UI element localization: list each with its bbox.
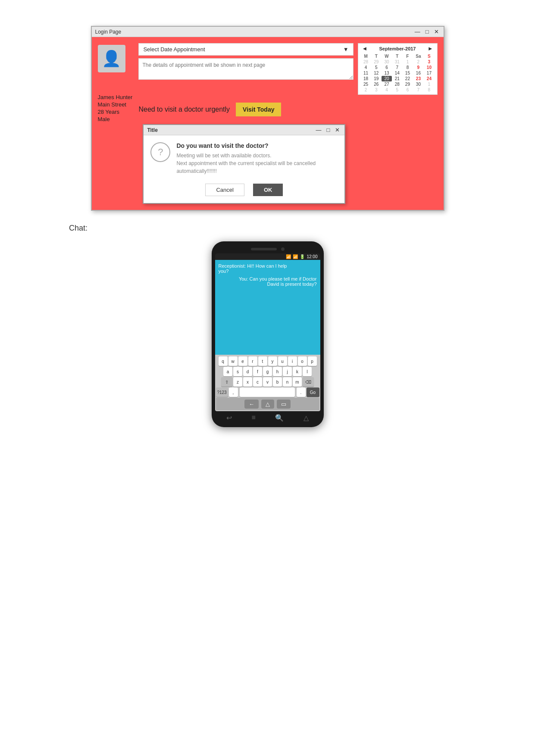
nav-recent-button[interactable]: ▭ — [277, 400, 291, 409]
key-t[interactable]: t — [258, 356, 267, 366]
calendar-day[interactable]: 5 — [371, 65, 382, 70]
calendar-day[interactable]: 27 — [382, 81, 392, 87]
key-p[interactable]: p — [308, 356, 317, 366]
calendar-day[interactable]: 4 — [382, 87, 392, 93]
key-o[interactable]: o — [298, 356, 307, 366]
key-v[interactable]: v — [263, 377, 272, 387]
calendar-day[interactable]: 7 — [413, 87, 424, 93]
key-s[interactable]: s — [233, 367, 242, 376]
calendar-day[interactable]: 8 — [402, 65, 413, 70]
calendar-day[interactable]: 10 — [424, 65, 434, 70]
key-c[interactable]: c — [253, 377, 262, 387]
calendar-day[interactable]: 29 — [371, 59, 382, 65]
home-back-icon[interactable]: ↩ — [226, 414, 232, 422]
calendar-day[interactable]: 19 — [371, 76, 382, 81]
calendar-day[interactable]: 23 — [413, 76, 424, 81]
home-home-icon[interactable]: △ — [303, 414, 309, 422]
key-y[interactable]: y — [268, 356, 277, 366]
key-k[interactable]: k — [293, 367, 302, 376]
calendar-day[interactable]: 18 — [361, 76, 371, 81]
key-i[interactable]: i — [288, 356, 297, 366]
key-g[interactable]: g — [263, 367, 272, 376]
nav-back-button[interactable]: ← — [244, 400, 259, 409]
calendar-day[interactable]: 11 — [361, 70, 371, 76]
calendar-next-button[interactable]: ► — [426, 45, 435, 52]
key-a[interactable]: a — [223, 367, 232, 376]
home-search-icon[interactable]: 🔍 — [275, 414, 284, 422]
calendar-day[interactable]: 5 — [392, 87, 402, 93]
shift-key[interactable]: ⇧ — [221, 377, 232, 387]
key-q[interactable]: q — [219, 356, 228, 366]
key-m[interactable]: m — [293, 377, 302, 387]
calendar-day[interactable]: 13 — [382, 70, 392, 76]
key-w[interactable]: w — [228, 356, 238, 366]
calendar-day[interactable]: 1 — [424, 81, 434, 87]
period-key[interactable]: . — [297, 387, 306, 397]
num-key[interactable]: ?123 — [216, 387, 228, 397]
dialog-maximize-button[interactable]: □ — [325, 127, 332, 133]
keyboard-row-3: ⇧ z x c v b n m ⌫ — [216, 377, 319, 387]
dialog-minimize-button[interactable]: — — [315, 127, 323, 133]
home-menu-icon[interactable]: ≡ — [252, 414, 256, 422]
go-key[interactable]: Go — [307, 387, 319, 397]
calendar-day[interactable]: 28 — [392, 81, 402, 87]
cancel-button[interactable]: Cancel — [205, 184, 244, 196]
calendar-day[interactable]: 7 — [392, 65, 402, 70]
calendar-day[interactable]: 12 — [371, 70, 382, 76]
dialog-controls: — □ ✕ — [315, 127, 341, 133]
cal-day-f: F — [402, 53, 413, 59]
profile-age: 28 Years — [98, 109, 133, 115]
select-date-dropdown[interactable]: Select Date Appointment ▼ — [138, 43, 353, 56]
key-u[interactable]: u — [278, 356, 287, 366]
calendar-day[interactable]: 3 — [424, 59, 434, 65]
phone-top-bar — [215, 247, 320, 251]
key-h[interactable]: h — [273, 367, 282, 376]
nav-home-button[interactable]: △ — [261, 400, 274, 409]
calendar-day[interactable]: 31 — [392, 59, 402, 65]
calendar-day[interactable]: 15 — [402, 70, 413, 76]
key-r[interactable]: r — [248, 356, 257, 366]
calendar-day[interactable]: 28 — [361, 59, 371, 65]
calendar-day[interactable]: 20 — [382, 76, 392, 81]
calendar-prev-button[interactable]: ◄ — [361, 45, 369, 52]
ok-button[interactable]: OK — [253, 184, 283, 196]
calendar-day[interactable]: 26 — [371, 81, 382, 87]
key-f[interactable]: f — [253, 367, 262, 376]
key-e[interactable]: e — [238, 356, 247, 366]
close-button[interactable]: ✕ — [433, 28, 440, 35]
appointment-details-textarea[interactable] — [138, 58, 353, 80]
calendar-day[interactable]: 17 — [424, 70, 434, 76]
calendar-day[interactable]: 6 — [382, 65, 392, 70]
backspace-key[interactable]: ⌫ — [303, 377, 314, 387]
space-key[interactable] — [240, 387, 295, 397]
calendar-day[interactable]: 29 — [402, 81, 413, 87]
minimize-button[interactable]: — — [413, 28, 422, 35]
calendar-day[interactable]: 9 — [413, 65, 424, 70]
key-d[interactable]: d — [243, 367, 252, 376]
key-b[interactable]: b — [273, 377, 282, 387]
calendar-day[interactable]: 25 — [361, 81, 371, 87]
calendar-day[interactable]: 14 — [392, 70, 402, 76]
key-z[interactable]: z — [233, 377, 242, 387]
calendar-day[interactable]: 22 — [402, 76, 413, 81]
calendar-day[interactable]: 2 — [361, 87, 371, 93]
calendar-day[interactable]: 16 — [413, 70, 424, 76]
key-n[interactable]: n — [283, 377, 292, 387]
calendar-day[interactable]: 3 — [371, 87, 382, 93]
calendar-day[interactable]: 24 — [424, 76, 434, 81]
key-j[interactable]: j — [283, 367, 292, 376]
dialog-close-button[interactable]: ✕ — [334, 127, 341, 133]
calendar-day[interactable]: 21 — [392, 76, 402, 81]
maximize-button[interactable]: □ — [424, 28, 430, 35]
calendar-day[interactable]: 8 — [424, 87, 434, 93]
key-x[interactable]: x — [243, 377, 252, 387]
visit-today-button[interactable]: Visit Today — [236, 103, 281, 116]
calendar-day[interactable]: 30 — [382, 59, 392, 65]
calendar-day[interactable]: 6 — [402, 87, 413, 93]
calendar-day[interactable]: 1 — [402, 59, 413, 65]
calendar-day[interactable]: 30 — [413, 81, 424, 87]
calendar-day[interactable]: 4 — [361, 65, 371, 70]
calendar-day[interactable]: 2 — [413, 59, 424, 65]
key-l[interactable]: l — [303, 367, 312, 376]
comma-key[interactable]: , — [229, 387, 238, 397]
